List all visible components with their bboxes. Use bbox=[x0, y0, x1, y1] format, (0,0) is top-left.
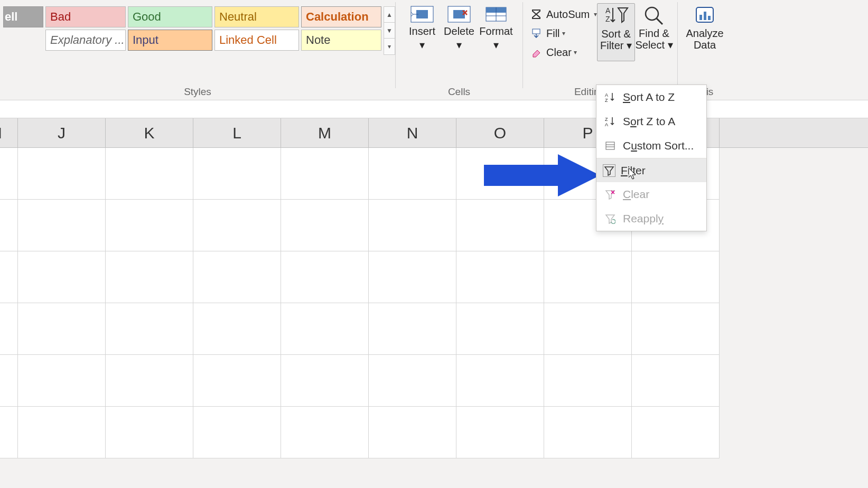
menu-clear: Clear bbox=[596, 182, 706, 207]
svg-rect-17 bbox=[484, 165, 558, 186]
cell[interactable] bbox=[0, 251, 18, 303]
style-bad[interactable]: Bad bbox=[45, 6, 126, 27]
analyze-data-button[interactable]: Analyze Data bbox=[684, 3, 725, 51]
style-linked-cell[interactable]: Linked Cell bbox=[214, 30, 299, 51]
cell[interactable] bbox=[369, 303, 456, 355]
cell[interactable] bbox=[193, 407, 281, 458]
styles-group: ell Bad Good Neutral Calculation Explana… bbox=[0, 0, 395, 100]
cell[interactable] bbox=[106, 355, 193, 407]
cell[interactable] bbox=[18, 407, 106, 458]
ribbon: ell Bad Good Neutral Calculation Explana… bbox=[0, 0, 868, 100]
filter-icon bbox=[603, 164, 615, 177]
cell[interactable] bbox=[456, 200, 544, 251]
cell[interactable] bbox=[193, 303, 281, 355]
cell[interactable] bbox=[632, 251, 720, 303]
annotation-arrow bbox=[484, 154, 600, 196]
menu-filter[interactable]: Filter bbox=[596, 158, 706, 182]
mouse-cursor bbox=[629, 168, 638, 184]
style-neutral[interactable]: Neutral bbox=[214, 6, 299, 27]
cell[interactable] bbox=[18, 355, 106, 407]
clear-button[interactable]: Clear ▾ bbox=[529, 43, 597, 61]
cell[interactable] bbox=[369, 355, 456, 407]
cell[interactable] bbox=[106, 148, 193, 200]
menu-sort-a-to-z[interactable]: AZ Sort A to Z bbox=[596, 85, 706, 109]
column-header[interactable]: L bbox=[193, 118, 281, 147]
svg-rect-23 bbox=[606, 142, 614, 149]
cell[interactable] bbox=[281, 148, 369, 200]
cell[interactable] bbox=[18, 148, 106, 200]
cell[interactable] bbox=[193, 200, 281, 251]
cell[interactable] bbox=[456, 251, 544, 303]
cell[interactable] bbox=[544, 303, 632, 355]
delete-button[interactable]: Delete ▾ bbox=[442, 5, 476, 51]
column-header[interactable]: N bbox=[369, 118, 456, 147]
cell[interactable] bbox=[281, 407, 369, 458]
svg-marker-18 bbox=[558, 154, 600, 196]
cell[interactable] bbox=[106, 251, 193, 303]
cell[interactable] bbox=[632, 355, 720, 407]
cell[interactable] bbox=[106, 407, 193, 458]
cell[interactable] bbox=[456, 303, 544, 355]
insert-button[interactable]: Insert ▾ bbox=[405, 5, 439, 51]
cell[interactable] bbox=[18, 251, 106, 303]
cell[interactable] bbox=[544, 251, 632, 303]
menu-reapply: Reapply bbox=[596, 207, 706, 231]
cell[interactable] bbox=[0, 148, 18, 200]
cell[interactable] bbox=[632, 303, 720, 355]
chevron-down-icon: ▾ bbox=[456, 39, 462, 51]
style-note[interactable]: Note bbox=[301, 30, 381, 51]
sort-filter-button[interactable]: AZ Sort & Filter ▾ bbox=[597, 3, 635, 61]
style-cell-partial[interactable]: ell bbox=[3, 6, 43, 27]
cell[interactable] bbox=[18, 200, 106, 251]
style-calculation[interactable]: Calculation bbox=[301, 6, 381, 27]
cell[interactable] bbox=[0, 303, 18, 355]
sort-za-icon: ZA bbox=[604, 116, 617, 127]
cell[interactable] bbox=[544, 355, 632, 407]
autosum-button[interactable]: AutoSum ▾ bbox=[529, 5, 597, 23]
column-header[interactable]: K bbox=[106, 118, 193, 147]
gallery-scroll-up[interactable]: ▲ bbox=[384, 7, 395, 23]
cell[interactable] bbox=[369, 200, 456, 251]
cell[interactable] bbox=[0, 200, 18, 251]
cell[interactable] bbox=[106, 200, 193, 251]
cell[interactable] bbox=[369, 407, 456, 458]
cell[interactable] bbox=[369, 148, 456, 200]
cell[interactable] bbox=[281, 303, 369, 355]
cell[interactable] bbox=[281, 355, 369, 407]
sort-filter-menu: AZ Sort A to Z ZA Sort Z to A Custom Sor… bbox=[596, 85, 707, 231]
cell[interactable] bbox=[193, 355, 281, 407]
svg-line-12 bbox=[657, 18, 662, 24]
style-input[interactable]: Input bbox=[128, 30, 212, 51]
cell[interactable] bbox=[456, 355, 544, 407]
fill-button[interactable]: Fill ▾ bbox=[529, 24, 597, 42]
cell[interactable] bbox=[632, 407, 720, 458]
cell[interactable] bbox=[0, 355, 18, 407]
column-header[interactable]: M bbox=[281, 118, 369, 147]
cell[interactable] bbox=[18, 303, 106, 355]
svg-rect-14 bbox=[699, 15, 702, 20]
format-cells-icon bbox=[484, 5, 508, 23]
style-explanatory[interactable]: Explanatory ... bbox=[45, 30, 126, 51]
find-select-button[interactable]: Find & Select ▾ bbox=[635, 3, 673, 61]
cells-group: Insert ▾ Delete ▾ Format ▾ Cells bbox=[396, 0, 522, 100]
cell[interactable] bbox=[193, 251, 281, 303]
column-header[interactable]: J bbox=[18, 118, 106, 147]
menu-custom-sort[interactable]: Custom Sort... bbox=[596, 134, 706, 158]
cell[interactable] bbox=[281, 200, 369, 251]
cell[interactable] bbox=[369, 251, 456, 303]
gallery-expand[interactable]: ▾ bbox=[384, 39, 395, 54]
cell[interactable] bbox=[106, 303, 193, 355]
column-header[interactable]: I bbox=[0, 118, 18, 147]
cell[interactable] bbox=[544, 407, 632, 458]
menu-sort-z-to-a[interactable]: ZA Sort Z to A bbox=[596, 109, 706, 134]
cell[interactable] bbox=[281, 251, 369, 303]
gallery-scroll-down[interactable]: ▼ bbox=[384, 23, 395, 39]
format-button[interactable]: Format ▾ bbox=[479, 5, 513, 51]
cell[interactable] bbox=[193, 148, 281, 200]
svg-point-11 bbox=[646, 7, 658, 20]
cell[interactable] bbox=[0, 407, 18, 458]
filter-reapply-icon bbox=[604, 213, 617, 224]
style-good[interactable]: Good bbox=[128, 6, 212, 27]
column-header[interactable]: O bbox=[456, 118, 544, 147]
cell[interactable] bbox=[456, 407, 544, 458]
